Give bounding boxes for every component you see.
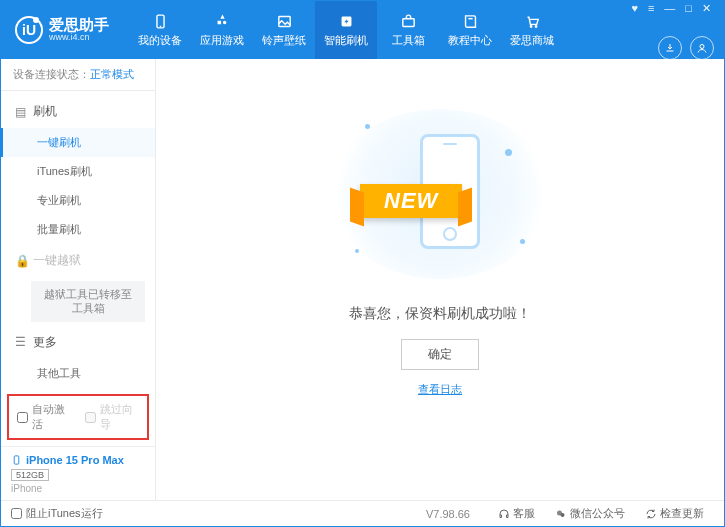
headset-icon xyxy=(498,508,510,520)
lock-icon: 🔒 xyxy=(15,254,27,268)
skip-guide-checkbox[interactable]: 跳过向导 xyxy=(85,402,139,432)
sidebar-item-batch-flash[interactable]: 批量刷机 xyxy=(1,215,155,244)
more-icon: ☰ xyxy=(15,335,27,349)
window-controls: ♥ ≡ — □ ✕ xyxy=(628,1,714,16)
sidebar-jailbreak-moved-note[interactable]: 越狱工具已转移至工具箱 xyxy=(31,281,145,322)
svg-point-11 xyxy=(561,513,565,517)
success-illustration: NEW xyxy=(330,109,550,279)
footer-update-link[interactable]: 检查更新 xyxy=(645,506,704,521)
brand-url: www.i4.cn xyxy=(49,33,109,43)
user-button[interactable] xyxy=(690,36,714,60)
nav-apps-games[interactable]: 应用游戏 xyxy=(191,1,253,59)
success-message: 恭喜您，保资料刷机成功啦！ xyxy=(349,305,531,323)
status-bar: 阻止iTunes运行 V7.98.66 客服 微信公众号 检查更新 xyxy=(1,500,724,526)
toolbox-icon xyxy=(400,13,417,30)
flash-icon xyxy=(338,13,355,30)
sidebar-group-more[interactable]: ☰ 更多 xyxy=(1,326,155,359)
device-type: iPhone xyxy=(11,483,145,494)
sidebar-group-flash[interactable]: ▤ 刷机 xyxy=(1,95,155,128)
image-icon xyxy=(276,13,293,30)
device-phone-icon xyxy=(11,453,22,467)
sidebar-item-onekey-flash[interactable]: 一键刷机 xyxy=(1,128,155,157)
wechat-icon xyxy=(555,508,567,520)
dropdown-icon[interactable]: ≡ xyxy=(645,1,657,15)
device-name[interactable]: iPhone 15 Pro Max xyxy=(11,453,145,467)
version-label: V7.98.66 xyxy=(426,508,470,520)
close-button[interactable]: ✕ xyxy=(699,1,714,16)
svg-rect-9 xyxy=(14,456,19,464)
book-icon xyxy=(462,13,479,30)
sidebar: 设备连接状态：正常模式 ▤ 刷机 一键刷机 iTunes刷机 专业刷机 批量刷机… xyxy=(1,59,156,500)
refresh-icon xyxy=(645,508,657,520)
app-header: iU 爱思助手 www.i4.cn 我的设备 应用游戏 铃声壁纸 智能刷机 xyxy=(1,1,724,59)
ok-button[interactable]: 确定 xyxy=(401,339,479,370)
download-button[interactable] xyxy=(658,36,682,60)
cart-icon xyxy=(524,13,541,30)
nav-my-device[interactable]: 我的设备 xyxy=(129,1,191,59)
options-highlight-box: 自动激活 跳过向导 xyxy=(7,394,149,440)
maximize-button[interactable]: □ xyxy=(682,1,695,15)
nav-store[interactable]: 爱思商城 xyxy=(501,1,563,59)
phone-icon xyxy=(152,13,169,30)
device-info: iPhone 15 Pro Max 512GB iPhone xyxy=(1,446,155,500)
footer-wechat-link[interactable]: 微信公众号 xyxy=(555,506,625,521)
brand-title: 爱思助手 xyxy=(49,17,109,34)
sidebar-item-other-tools[interactable]: 其他工具 xyxy=(1,359,155,388)
sidebar-item-itunes-flash[interactable]: iTunes刷机 xyxy=(1,157,155,186)
svg-point-7 xyxy=(535,25,536,26)
collapse-icon: ▤ xyxy=(15,105,27,119)
auto-activate-checkbox[interactable]: 自动激活 xyxy=(17,402,71,432)
block-itunes-checkbox[interactable]: 阻止iTunes运行 xyxy=(11,506,103,521)
connection-status: 设备连接状态：正常模式 xyxy=(1,59,155,91)
nav-toolbox[interactable]: 工具箱 xyxy=(377,1,439,59)
device-storage: 512GB xyxy=(11,469,49,481)
sidebar-item-pro-flash[interactable]: 专业刷机 xyxy=(1,186,155,215)
top-nav: 我的设备 应用游戏 铃声壁纸 智能刷机 工具箱 教程中心 xyxy=(129,1,628,59)
nav-smart-flash[interactable]: 智能刷机 xyxy=(315,1,377,59)
brand: iU 爱思助手 www.i4.cn xyxy=(15,16,109,44)
svg-point-6 xyxy=(530,25,531,26)
footer-support-link[interactable]: 客服 xyxy=(498,506,535,521)
menu-icon[interactable]: ♥ xyxy=(628,1,641,15)
view-log-link[interactable]: 查看日志 xyxy=(418,382,462,397)
nav-tutorials[interactable]: 教程中心 xyxy=(439,1,501,59)
sidebar-group-jailbreak[interactable]: 🔒 一键越狱 xyxy=(1,244,155,277)
brand-logo-icon: iU xyxy=(15,16,43,44)
main-content: NEW 恭喜您，保资料刷机成功啦！ 确定 查看日志 xyxy=(156,59,724,500)
apps-icon xyxy=(214,13,231,30)
svg-point-8 xyxy=(700,44,704,48)
minimize-button[interactable]: — xyxy=(661,1,678,15)
svg-rect-4 xyxy=(402,18,413,26)
nav-ringtones-wallpapers[interactable]: 铃声壁纸 xyxy=(253,1,315,59)
new-ribbon: NEW xyxy=(360,184,462,218)
